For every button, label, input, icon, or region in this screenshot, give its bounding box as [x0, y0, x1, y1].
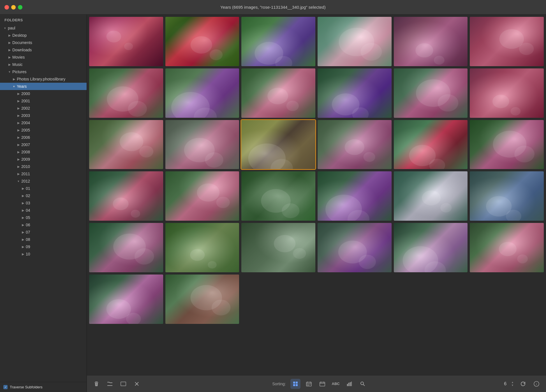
- close-button[interactable]: [4, 5, 9, 10]
- sidebar-item-2004[interactable]: ▶2004: [0, 119, 87, 126]
- sidebar-item-2012-03[interactable]: ▶03: [0, 199, 87, 207]
- sidebar-item-2006[interactable]: ▶2006: [0, 134, 87, 141]
- photo-grid[interactable]: [87, 15, 546, 375]
- photo-thumbnail[interactable]: [470, 171, 544, 221]
- photo-thumbnail[interactable]: [470, 223, 544, 272]
- sidebar-item-2012-04[interactable]: ▶04: [0, 207, 87, 214]
- window-controls[interactable]: [4, 5, 22, 10]
- photo-thumbnail[interactable]: [394, 171, 468, 221]
- sidebar-item-music[interactable]: ▶Music: [0, 61, 87, 68]
- sidebar-item-2012[interactable]: ▾2012: [0, 177, 87, 185]
- traverse-checkbox[interactable]: ✓: [3, 385, 8, 389]
- sidebar-scroll[interactable]: ▾paul▶Desktop▶Documents▶Downloads▶Movies…: [0, 24, 87, 382]
- photo-thumbnail[interactable]: [89, 120, 163, 169]
- stepper-up[interactable]: ▲: [510, 381, 515, 384]
- sort-calendar-week-button[interactable]: [304, 379, 314, 389]
- photo-thumbnail[interactable]: [470, 17, 544, 66]
- sidebar-item-2012-05[interactable]: ▶05: [0, 214, 87, 221]
- photo-thumbnail[interactable]: [318, 171, 392, 221]
- photo-thumbnail[interactable]: [241, 120, 315, 169]
- photo-thumbnail[interactable]: [165, 171, 239, 221]
- sidebar-item-2012-07[interactable]: ▶07: [0, 229, 87, 236]
- sidebar-item-2008[interactable]: ▶2008: [0, 148, 87, 156]
- photo-thumbnail[interactable]: [394, 120, 468, 169]
- photo-thumbnail[interactable]: [394, 223, 468, 272]
- photo-thumbnail[interactable]: [89, 68, 163, 118]
- refresh-button[interactable]: [518, 379, 528, 389]
- stepper-down[interactable]: ▼: [510, 384, 515, 387]
- tree-arrow-icon: ▶: [20, 201, 26, 205]
- photo-thumbnail[interactable]: [89, 275, 163, 324]
- info-button[interactable]: i: [531, 379, 542, 389]
- photo-thumbnail[interactable]: [165, 223, 239, 272]
- photo-thumbnail[interactable]: [241, 68, 315, 118]
- svg-point-14: [434, 56, 444, 65]
- photo-thumbnail[interactable]: [394, 68, 468, 118]
- tree-item-label: 2006: [21, 135, 87, 140]
- sidebar-item-desktop[interactable]: ▶Desktop: [0, 32, 87, 39]
- sidebar-item-2012-10[interactable]: ▶10: [0, 250, 87, 258]
- minimize-button[interactable]: [11, 5, 16, 10]
- sort-calendar-month-button[interactable]: [317, 379, 327, 389]
- sidebar-item-pictures[interactable]: ▾Pictures: [0, 68, 87, 75]
- photo-thumbnail[interactable]: [165, 120, 239, 169]
- photo-thumbnail[interactable]: [318, 68, 392, 118]
- sidebar-item-2005[interactable]: ▶2005: [0, 126, 87, 134]
- sidebar-item-2012-02[interactable]: ▶02: [0, 192, 87, 199]
- photo-image: [470, 120, 544, 169]
- tree-arrow-icon: ▶: [16, 121, 21, 125]
- maximize-button[interactable]: [18, 5, 22, 10]
- sidebar-item-downloads[interactable]: ▶Downloads: [0, 46, 87, 54]
- sidebar-item-documents[interactable]: ▶Documents: [0, 39, 87, 46]
- sidebar-item-2000[interactable]: ▶2000: [0, 90, 87, 97]
- photo-thumbnail[interactable]: [241, 17, 315, 66]
- preview-button[interactable]: [118, 379, 128, 389]
- photo-thumbnail[interactable]: [165, 275, 239, 324]
- delete-button[interactable]: [91, 379, 101, 389]
- photo-thumbnail[interactable]: [318, 223, 392, 272]
- photo-thumbnail[interactable]: [241, 171, 315, 221]
- sidebar-item-years[interactable]: ▾Years: [0, 83, 87, 90]
- photo-thumbnail[interactable]: [241, 223, 315, 272]
- sidebar-item-photos-library[interactable]: ▶Photos Library.photoslibrary: [0, 75, 87, 83]
- svg-point-26: [286, 101, 299, 111]
- sidebar-item-2012-09[interactable]: ▶09: [0, 243, 87, 250]
- photo-thumbnail[interactable]: [89, 17, 163, 66]
- count-stepper[interactable]: ▲ ▼: [510, 381, 515, 387]
- photo-thumbnail[interactable]: [89, 171, 163, 221]
- photo-thumbnail[interactable]: [318, 17, 392, 66]
- photo-image: [394, 223, 468, 272]
- sidebar-item-2002[interactable]: ▶2002: [0, 105, 87, 112]
- folder-button[interactable]: [105, 379, 115, 389]
- photo-thumbnail[interactable]: [318, 120, 392, 169]
- sidebar-item-2003[interactable]: ▶2003: [0, 112, 87, 119]
- sidebar-item-2011[interactable]: ▶2011: [0, 170, 87, 177]
- sort-grid-button[interactable]: [290, 379, 300, 389]
- sort-bar-button[interactable]: [344, 379, 354, 389]
- photo-thumbnail[interactable]: [165, 17, 239, 66]
- tree-arrow-icon: ▶: [7, 56, 12, 59]
- sidebar-item-2012-01[interactable]: ▶01: [0, 185, 87, 192]
- sidebar-item-2009[interactable]: ▶2009: [0, 156, 87, 163]
- tree-item-label: 2011: [21, 171, 87, 177]
- sidebar-item-2012-06[interactable]: ▶06: [0, 221, 87, 229]
- sort-abc-button[interactable]: ABC: [331, 379, 341, 389]
- tree-arrow-icon: ▶: [16, 136, 21, 139]
- photo-image: [470, 171, 544, 221]
- sidebar-item-2007[interactable]: ▶2007: [0, 141, 87, 148]
- photo-image: [241, 223, 315, 272]
- sidebar-item-movies[interactable]: ▶Movies: [0, 54, 87, 61]
- sidebar-item-2010[interactable]: ▶2010: [0, 163, 87, 170]
- tree-arrow-icon: ▾: [16, 179, 21, 183]
- photo-thumbnail[interactable]: [165, 68, 239, 118]
- photo-thumbnail[interactable]: [470, 68, 544, 118]
- photo-thumbnail[interactable]: [394, 17, 468, 66]
- photo-thumbnail[interactable]: [470, 120, 544, 169]
- sidebar-item-2001[interactable]: ▶2001: [0, 97, 87, 105]
- cancel-button[interactable]: [132, 379, 142, 389]
- sidebar-item-2012-08[interactable]: ▶08: [0, 236, 87, 243]
- photo-thumbnail[interactable]: [89, 223, 163, 272]
- svg-rect-116: [347, 384, 348, 386]
- search-button[interactable]: [358, 379, 368, 389]
- sidebar-item-paul[interactable]: ▾paul: [0, 24, 87, 32]
